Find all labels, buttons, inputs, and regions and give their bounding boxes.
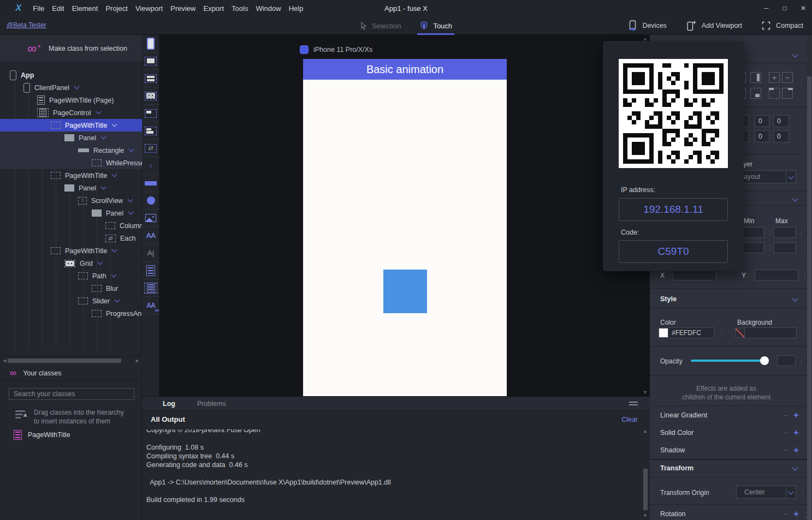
scroll-right-arrow-icon[interactable]: ► xyxy=(135,358,140,363)
hierarchy-horizontal-scrollbar[interactable]: ◄ ► xyxy=(0,356,142,364)
add-effect-icon[interactable]: + xyxy=(793,445,799,456)
menu-help[interactable]: Help xyxy=(285,4,307,13)
tree-node-panel[interactable]: Panel xyxy=(0,132,142,144)
y-input[interactable] xyxy=(755,270,798,280)
tree-node-pagewithtitle[interactable]: PageWithTitle xyxy=(0,169,142,182)
tree-node-rectangle[interactable]: Rectangle xyxy=(0,144,142,157)
tree-node-pagecontrol[interactable]: PageControl xyxy=(0,106,142,119)
tool-grid-button[interactable] xyxy=(142,87,159,105)
inspector-scroll-thumb[interactable] xyxy=(807,76,811,520)
chevron-down-icon[interactable] xyxy=(101,184,106,190)
transform-collapse-chevron-icon[interactable] xyxy=(792,464,798,470)
max-height-input[interactable] xyxy=(773,242,796,253)
menu-file[interactable]: File xyxy=(29,4,48,13)
class-item-pagewithtitle[interactable]: PageWithTitle xyxy=(0,428,142,442)
remove-effect-icon[interactable]: − xyxy=(784,411,788,420)
devices-button[interactable]: Devices xyxy=(629,20,666,31)
menu-export[interactable]: Export xyxy=(199,4,228,13)
tree-node-pagewithtitle[interactable]: PageWithTitle xyxy=(0,119,142,132)
spacing-input[interactable]: 0 xyxy=(773,115,789,127)
tab-problems[interactable]: Problems xyxy=(186,400,237,408)
menu-edit[interactable]: Edit xyxy=(48,4,68,13)
tool-rectangle-button[interactable] xyxy=(142,175,159,192)
remove-rotation-icon[interactable]: − xyxy=(784,510,788,518)
menu-window[interactable]: Window xyxy=(252,4,285,13)
chevron-down-icon[interactable] xyxy=(111,272,116,278)
size-plus-icon[interactable]: + xyxy=(769,72,780,83)
tree-node-grid[interactable]: Grid xyxy=(0,257,142,270)
log-scroll-down-icon[interactable]: ▼ xyxy=(643,513,648,518)
add-effect-icon[interactable]: + xyxy=(793,427,799,438)
make-class-button[interactable]: ∞+ Make class from selection xyxy=(0,35,142,63)
tool-circle-button[interactable] xyxy=(142,192,159,210)
chevron-down-icon[interactable] xyxy=(786,171,796,183)
tree-node-columnl[interactable]: ColumnL xyxy=(0,219,142,232)
min-width-input[interactable] xyxy=(742,227,764,238)
log-vertical-scrollbar[interactable]: ▲ ▼ xyxy=(643,428,648,518)
color-value-input[interactable]: #FEFDFC xyxy=(668,327,715,338)
color-swatch[interactable] xyxy=(659,328,668,338)
spacing-input[interactable]: 0 xyxy=(755,130,769,142)
minimize-button[interactable]: ─ xyxy=(762,4,770,12)
close-button[interactable]: ✕ xyxy=(799,4,808,12)
tree-node-blur[interactable]: Blur xyxy=(0,282,142,295)
tree-node-panel[interactable]: Panel xyxy=(0,182,142,194)
menu-project[interactable]: Project xyxy=(102,4,131,13)
x-input[interactable] xyxy=(673,270,716,280)
log-scroll-up-icon[interactable]: ▲ xyxy=(643,428,648,434)
tree-node-app[interactable]: App xyxy=(0,69,142,81)
tree-node-pagewithtitle[interactable]: PageWithTitle xyxy=(0,244,142,257)
tab-log[interactable]: Log xyxy=(152,400,186,408)
opacity-slider[interactable] xyxy=(691,360,764,362)
menu-element[interactable]: Element xyxy=(68,4,102,13)
tree-node-path[interactable]: Path xyxy=(0,270,142,282)
chevron-down-icon[interactable] xyxy=(96,109,101,115)
hscroll-thumb[interactable] xyxy=(8,358,121,363)
chevron-down-icon[interactable] xyxy=(101,134,106,140)
search-classes-input[interactable] xyxy=(9,388,134,400)
animated-rectangle[interactable] xyxy=(383,270,427,313)
align-right-icon[interactable] xyxy=(750,72,761,83)
device-viewport[interactable]: Basic animation xyxy=(303,59,507,396)
log-scroll-thumb[interactable] xyxy=(643,469,648,510)
tool-text-button[interactable] xyxy=(142,227,159,244)
section-collapse-chevron-icon[interactable] xyxy=(792,195,798,201)
transform-origin-select[interactable]: Center xyxy=(736,486,796,499)
chevron-down-icon[interactable] xyxy=(786,486,796,498)
tool-text-input-button[interactable] xyxy=(142,244,159,262)
tool-panel-button[interactable] xyxy=(142,52,159,70)
tool-page-control-button[interactable] xyxy=(142,279,159,297)
tree-node-panel[interactable]: Panel xyxy=(0,207,142,219)
tool-dock-panel-button[interactable] xyxy=(142,122,159,140)
section-collapse-chevron-icon[interactable] xyxy=(792,51,798,57)
tool-wrap-panel-button[interactable] xyxy=(142,105,159,122)
tree-node-clientpanel[interactable]: ClientPanel xyxy=(0,81,142,94)
clear-log-button[interactable]: Clear xyxy=(621,416,638,423)
chevron-down-icon[interactable] xyxy=(74,84,79,89)
tool-image-button[interactable] xyxy=(142,210,159,227)
background-value-input[interactable] xyxy=(744,327,797,338)
remove-effect-icon[interactable]: − xyxy=(784,428,788,437)
max-width-input[interactable] xyxy=(773,227,796,238)
log-menu-icon[interactable] xyxy=(629,402,638,407)
spacing-input[interactable]: 0 xyxy=(755,115,769,127)
tree-node-pagewithtitle-page-[interactable]: PageWithTitle (Page) xyxy=(0,94,142,106)
chevron-down-icon[interactable] xyxy=(112,247,117,253)
add-rotation-icon[interactable]: + xyxy=(793,509,799,519)
corner-top-left-icon[interactable] xyxy=(769,88,780,99)
min-height-input[interactable] xyxy=(742,242,764,253)
chevron-down-icon[interactable] xyxy=(128,210,134,215)
size-minus-icon[interactable]: − xyxy=(782,72,793,83)
selection-mode-button[interactable]: Selection xyxy=(360,16,401,35)
background-swatch[interactable] xyxy=(735,328,745,338)
chevron-down-icon[interactable] xyxy=(115,297,120,303)
menu-tools[interactable]: Tools xyxy=(228,4,252,13)
tool-stack-panel-button[interactable] xyxy=(142,70,159,87)
tool-device-phone-button[interactable] xyxy=(142,35,159,52)
maximize-button[interactable]: □ xyxy=(780,4,789,12)
chevron-down-icon[interactable] xyxy=(112,122,117,127)
corner-top-right-icon[interactable] xyxy=(782,88,793,99)
opacity-slider-thumb[interactable] xyxy=(760,356,769,365)
tool-text-link-button[interactable] xyxy=(142,297,159,314)
spacing-input[interactable]: 0 xyxy=(773,130,789,142)
